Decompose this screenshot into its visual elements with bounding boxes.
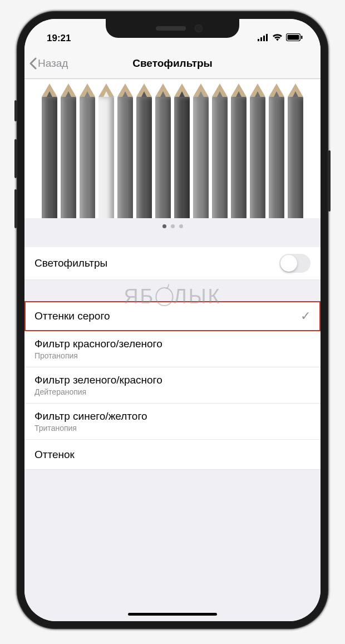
page-dot[interactable]	[171, 224, 175, 228]
wifi-icon	[272, 33, 283, 44]
pencil-preview[interactable]	[24, 79, 321, 218]
color-filters-toggle[interactable]	[279, 254, 310, 273]
pencil	[211, 83, 229, 218]
page-dot[interactable]	[179, 224, 183, 228]
pencil	[287, 83, 304, 218]
pencil	[116, 83, 134, 218]
pencil	[135, 83, 153, 218]
chevron-left-icon	[29, 57, 37, 70]
page-dot[interactable]	[162, 224, 166, 228]
back-button[interactable]: Назад	[29, 57, 68, 70]
pencil	[249, 83, 267, 218]
phone-frame: 19:21 Назад Све	[17, 11, 328, 629]
pencil	[60, 83, 77, 218]
filter-row[interactable]: Фильтр зеленого/красногоДейтеранопия	[24, 367, 321, 404]
pencil	[78, 83, 96, 218]
filter-row[interactable]: Фильтр красного/зеленогоПротанопия	[24, 331, 321, 367]
filter-label: Фильтр зеленого/красного	[34, 374, 162, 386]
svg-rect-5	[288, 35, 299, 40]
mute-switch[interactable]	[14, 100, 17, 121]
pencil	[268, 83, 285, 218]
svg-rect-6	[301, 36, 303, 39]
volume-down-button[interactable]	[14, 189, 17, 228]
filter-row[interactable]: Оттенки серого✓	[24, 301, 321, 331]
status-time: 19:21	[40, 33, 71, 44]
page-indicator[interactable]	[24, 218, 321, 234]
filter-label: Оттенок	[34, 449, 75, 461]
back-label: Назад	[38, 57, 68, 70]
pencil	[41, 83, 58, 218]
svg-rect-3	[266, 34, 268, 41]
volume-up-button[interactable]	[14, 139, 17, 178]
nav-bar: Назад Светофильтры	[24, 48, 321, 79]
pencil	[230, 83, 248, 218]
filter-list: Оттенки серого✓Фильтр красного/зеленогоП…	[24, 301, 321, 470]
power-button[interactable]	[328, 150, 331, 212]
filter-sublabel: Дейтеранопия	[34, 387, 162, 396]
filter-row[interactable]: Фильтр синего/желтогоТританопия	[24, 404, 321, 440]
screen: 19:21 Назад Све	[24, 19, 321, 621]
svg-rect-1	[260, 37, 262, 41]
filter-label: Оттенки серого	[34, 310, 110, 322]
battery-icon	[286, 33, 303, 44]
filter-row[interactable]: Оттенок	[24, 440, 321, 470]
cellular-icon	[258, 33, 269, 44]
notch	[106, 19, 239, 38]
color-filters-toggle-row[interactable]: Светофильтры	[24, 247, 321, 280]
filter-label: Фильтр красного/зеленого	[34, 338, 162, 350]
pencil	[154, 83, 172, 218]
toggle-knob	[280, 255, 297, 272]
filter-label: Фильтр синего/желтого	[34, 410, 147, 422]
toggle-label: Светофильтры	[34, 257, 107, 269]
filter-sublabel: Протанопия	[34, 351, 162, 360]
pencil	[192, 83, 210, 218]
home-indicator[interactable]	[128, 613, 217, 616]
svg-rect-2	[263, 36, 265, 41]
checkmark-icon: ✓	[300, 309, 310, 323]
pencil	[97, 83, 115, 218]
svg-rect-0	[258, 39, 259, 41]
filter-sublabel: Тританопия	[34, 424, 147, 432]
nav-title: Светофильтры	[132, 57, 213, 70]
pencil	[173, 83, 191, 218]
